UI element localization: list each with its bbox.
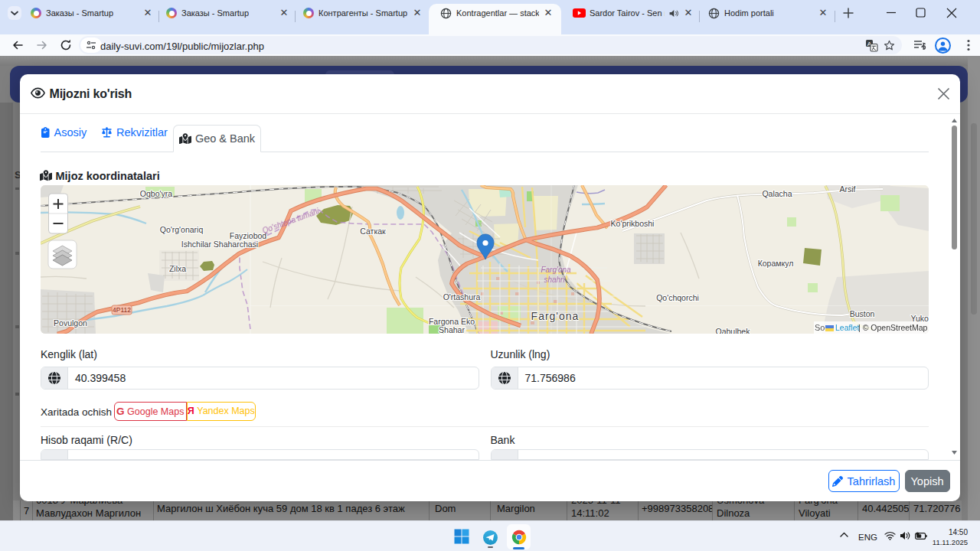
svg-text:Саткак: Саткак	[360, 227, 386, 236]
svg-text:Корамкул: Корамкул	[758, 259, 794, 268]
svg-text:Qabulbek: Qabulbek	[716, 327, 751, 334]
svg-text:Farg'ona: Farg'ona	[541, 266, 571, 274]
svg-text:Leaflet: Leaflet	[835, 323, 860, 332]
svg-text:| © OpenStreetMap: | © OpenStreetMap	[858, 323, 928, 332]
svg-text:Qalacha: Qalacha	[762, 189, 792, 198]
svg-text:Qo'rg'onariq: Qo'rg'onariq	[160, 225, 204, 234]
svg-text:Ko'prikboshi: Ko'prikboshi	[611, 219, 655, 228]
svg-text:Farg'ona: Farg'ona	[531, 310, 580, 322]
svg-text:O'rtashura: O'rtashura	[443, 292, 481, 302]
svg-text:Shahar: Shahar	[439, 325, 465, 334]
svg-text:Qo'chqorchi: Qo'chqorchi	[656, 293, 699, 302]
svg-text:Buston: Buston	[850, 309, 875, 318]
svg-text:Zilxa: Zilxa	[169, 264, 186, 273]
svg-text:Oqbo'yra: Oqbo'yra	[140, 189, 172, 198]
svg-text:4P112: 4P112	[113, 306, 131, 314]
svg-text:Arsif: Arsif	[840, 185, 856, 194]
svg-text:So: So	[815, 323, 825, 332]
svg-text:Ishchilar Shaharchasi: Ishchilar Shaharchasi	[181, 240, 258, 249]
svg-text:Povulgon: Povulgon	[54, 318, 87, 328]
svg-text:shahri: shahri	[544, 276, 565, 284]
